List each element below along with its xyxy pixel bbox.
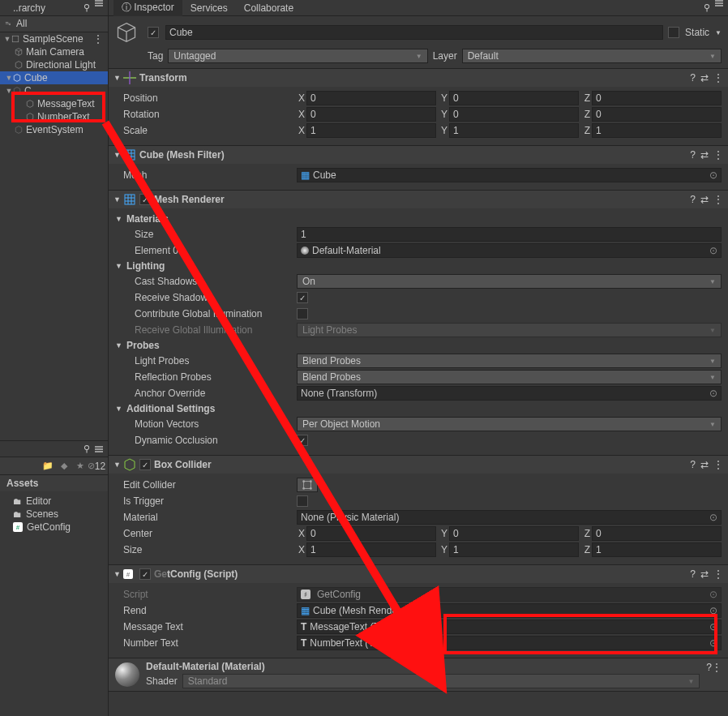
position-y[interactable] (449, 91, 579, 105)
center-x[interactable] (306, 526, 436, 541)
asset-folder[interactable]: 🖿Editor (3, 495, 105, 508)
tag-icon[interactable]: ◆ (58, 461, 71, 472)
object-picker-icon[interactable]: ⊙ (709, 512, 717, 523)
elem0-field[interactable]: Default-Material⊙ (297, 243, 722, 258)
preset-icon[interactable]: ⇄ (700, 459, 709, 470)
scale-x[interactable] (306, 123, 436, 138)
layer-dropdown[interactable]: Default▼ (462, 49, 722, 63)
getconfig-toggle[interactable] (139, 568, 151, 580)
panel-menu-icon[interactable] (95, 2, 103, 4)
object-picker-icon[interactable]: ⊙ (709, 388, 717, 399)
preset-icon[interactable]: ⇄ (700, 568, 709, 580)
tab-services[interactable]: Services (182, 0, 236, 16)
hierarchy-item[interactable]: Directional Light (0, 58, 108, 71)
mat-size-field[interactable] (297, 227, 722, 242)
context-icon[interactable]: ⋮ (93, 33, 103, 45)
transform-header[interactable]: ▼ Transform ?⇄⋮ (109, 69, 728, 87)
receive-shadows-toggle[interactable] (297, 292, 308, 303)
meshfilter-header[interactable]: ▼ Cube (Mesh Filter) ?⇄⋮ (109, 146, 728, 164)
position-z[interactable] (592, 91, 722, 105)
additional-section[interactable]: ▼Additional Settings (115, 401, 722, 416)
object-picker-icon[interactable]: ⊙ (709, 169, 717, 181)
rotation-y[interactable] (449, 107, 579, 122)
help-icon[interactable]: ? (690, 568, 696, 580)
is-trigger-toggle[interactable] (297, 495, 308, 507)
hierarchy-search[interactable]: ᯓ All (0, 16, 108, 32)
hierarchy-item[interactable]: Main Camera (0, 45, 108, 58)
cast-shadows-dropdown[interactable]: On▼ (297, 274, 722, 289)
position-x[interactable] (306, 91, 436, 105)
boxcollider-toggle[interactable] (139, 459, 151, 470)
lighting-section[interactable]: ▼Lighting (115, 259, 722, 273)
hierarchy-item[interactable]: ▼C.. (0, 84, 108, 97)
gameobject-active-toggle[interactable] (148, 27, 159, 38)
meshrenderer-header[interactable]: ▼ Mesh Renderer ?⇄⋮ (109, 191, 728, 208)
asset-folder[interactable]: 🖿Scenes (3, 508, 105, 521)
getconfig-header[interactable]: ▼ # GetConfig (Script) ?⇄⋮ (109, 565, 728, 583)
shader-dropdown[interactable]: Standard▼ (182, 674, 700, 688)
foldout-icon[interactable]: ▼ (113, 151, 123, 159)
asset-script[interactable]: #GetConfig (3, 521, 105, 534)
rend-field[interactable]: ▦Cube (Mesh Renderer)⊙ (297, 603, 722, 618)
foldout-icon[interactable]: ▼ (113, 570, 123, 578)
panel-menu-icon[interactable] (95, 448, 103, 450)
context-icon[interactable]: ⋮ (713, 72, 723, 84)
preset-icon[interactable]: ⇄ (700, 72, 709, 84)
dynamic-occlusion-toggle[interactable] (297, 435, 308, 446)
context-icon[interactable]: ⋮ (713, 459, 723, 470)
tab-collaborate[interactable]: Collaborate (236, 0, 302, 16)
edit-collider-button[interactable] (297, 478, 318, 492)
folder-icon[interactable]: 📁 (41, 461, 54, 472)
probes-section[interactable]: ▼Probes (115, 338, 722, 353)
preset-icon[interactable]: ⇄ (700, 149, 709, 161)
static-dropdown[interactable]: ▼ (715, 29, 722, 36)
lock-icon[interactable]: ⚲ (704, 2, 710, 13)
lock-icon[interactable]: ⚲ (84, 444, 90, 454)
scale-z[interactable] (592, 123, 722, 138)
meshrenderer-toggle[interactable] (139, 194, 151, 205)
context-icon[interactable]: ⋮ (713, 149, 723, 161)
hierarchy-item[interactable]: EventSystem (0, 123, 108, 136)
object-picker-icon[interactable]: ⊙ (709, 621, 717, 632)
tab-inspector[interactable]: ⓘ Inspector (113, 0, 182, 17)
hidden-icon[interactable]: ⊘12 (90, 461, 103, 472)
tag-dropdown[interactable]: Untagged▼ (168, 49, 427, 63)
motion-vectors-dropdown[interactable]: Per Object Motion▼ (297, 417, 722, 431)
foldout-icon[interactable]: ▼ (113, 461, 123, 469)
anchor-field[interactable]: None (Transform)⊙ (297, 386, 722, 401)
assets-header[interactable]: Assets (0, 475, 108, 491)
static-toggle[interactable] (668, 27, 679, 38)
foldout-icon[interactable]: ▼ (113, 195, 123, 204)
message-text-field[interactable]: TMessageText (Text)⊙ (297, 620, 722, 634)
reflection-probes-dropdown[interactable]: Blend Probes▼ (297, 370, 722, 384)
context-icon[interactable]: ⋮ (713, 194, 723, 205)
foldout-icon[interactable]: ▼ (113, 74, 123, 82)
mesh-field[interactable]: ▦Cube⊙ (297, 168, 722, 182)
hierarchy-item-cube[interactable]: ▼Cube (0, 71, 108, 84)
object-picker-icon[interactable]: ⊙ (709, 637, 717, 649)
lock-icon[interactable]: ⚲ (84, 2, 90, 13)
center-y[interactable] (449, 526, 579, 541)
scale-y[interactable] (449, 123, 579, 138)
light-probes-dropdown[interactable]: Blend Probes▼ (297, 354, 722, 368)
size-y[interactable] (449, 542, 579, 557)
help-icon[interactable]: ? (690, 72, 696, 84)
size-x[interactable] (306, 542, 436, 557)
help-icon[interactable]: ? (706, 662, 712, 673)
physic-material-field[interactable]: None (Physic Material)⊙ (297, 510, 722, 525)
help-icon[interactable]: ? (690, 194, 696, 205)
materials-section[interactable]: ▼Materials (115, 212, 722, 226)
panel-menu-icon[interactable] (715, 2, 723, 4)
help-icon[interactable]: ? (690, 149, 696, 161)
scene-row[interactable]: ▼ SampleScene ⋮ (0, 32, 108, 45)
hierarchy-item-messagetext[interactable]: MessageText (0, 97, 108, 110)
center-z[interactable] (592, 526, 722, 541)
help-icon[interactable]: ? (690, 459, 696, 470)
contribute-gi-toggle[interactable] (297, 308, 308, 319)
hierarchy-item-numbertext[interactable]: NumberText (0, 110, 108, 123)
size-z[interactable] (592, 542, 722, 557)
number-text-field[interactable]: TNumberText (Text)⊙ (297, 636, 722, 650)
object-picker-icon[interactable]: ⊙ (709, 245, 717, 256)
rotation-x[interactable] (306, 107, 436, 122)
object-picker-icon[interactable]: ⊙ (709, 605, 717, 616)
